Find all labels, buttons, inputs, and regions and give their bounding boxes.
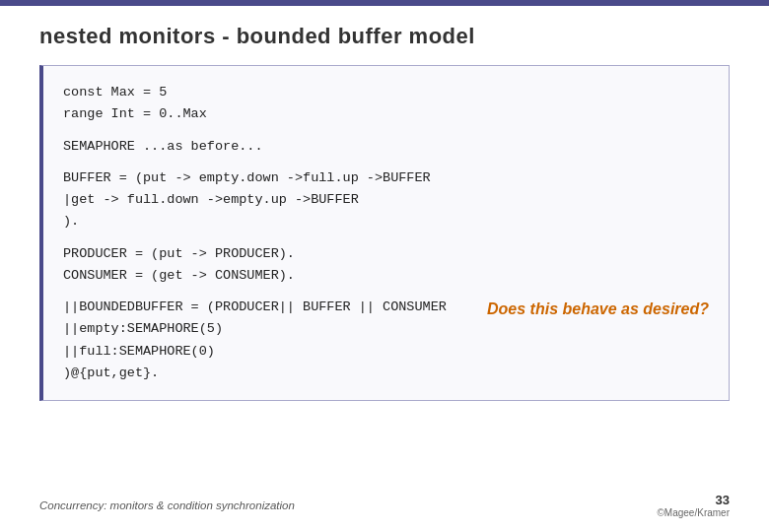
code-line-bounded3: ||full:SEMAPHORE(0) — [63, 341, 447, 363]
slide-container: nested monitors - bounded buffer model c… — [0, 0, 769, 532]
code-line-buffer3: ). — [63, 211, 709, 233]
code-line-semaphore: SEMAPHORE ...as before... — [63, 136, 709, 158]
slide-title: nested monitors - bounded buffer model — [39, 24, 475, 48]
code-line-bounded1: ||BOUNDEDBUFFER = (PRODUCER|| BUFFER || … — [63, 297, 447, 318]
code-line-bounded2: ||empty:SEMAPHORE(5) — [63, 318, 447, 340]
copyright-text: ©Magee/Kramer — [657, 507, 730, 518]
code-line-bounded4: )@{put,get}. — [63, 363, 447, 384]
code-block: const Max = 5 range Int = 0..Max SEMAPHO… — [63, 82, 709, 384]
footer-right: 33 ©Magee/Kramer — [657, 493, 730, 518]
code-line-const: const Max = 5 — [63, 82, 709, 103]
code-section-buffer: BUFFER = (put -> empty.down ->full.up ->… — [63, 167, 709, 233]
code-line-buffer-label: BUFFER = (put -> empty.down ->full.up ->… — [63, 167, 709, 189]
code-section-semaphore: SEMAPHORE ...as before... — [63, 136, 709, 158]
code-section-bounded: ||BOUNDEDBUFFER = (PRODUCER|| BUFFER || … — [63, 297, 709, 384]
footer: Concurrency: monitors & condition synchr… — [39, 493, 730, 518]
content-box: const Max = 5 range Int = 0..Max SEMAPHO… — [39, 65, 730, 401]
italic-note: Does this behave as desired? — [477, 297, 709, 320]
page-number: 33 — [716, 493, 730, 507]
bounded-code-lines: ||BOUNDEDBUFFER = (PRODUCER|| BUFFER || … — [63, 297, 447, 384]
footer-left-text: Concurrency: monitors & condition synchr… — [39, 499, 295, 511]
buffer-line1: (put -> empty.down ->full.up ->BUFFER — [127, 170, 431, 185]
code-line-producer: PRODUCER = (put -> PRODUCER). — [63, 243, 709, 265]
code-section-producer-consumer: PRODUCER = (put -> PRODUCER). CONSUMER =… — [63, 243, 709, 288]
code-section-vars: const Max = 5 range Int = 0..Max — [63, 82, 709, 126]
code-line-range: range Int = 0..Max — [63, 103, 709, 125]
title-area: nested monitors - bounded buffer model — [0, 6, 769, 59]
code-line-buffer2: |get -> full.down ->empty.up ->BUFFER — [63, 189, 709, 211]
code-line-consumer: CONSUMER = (get -> CONSUMER). — [63, 265, 709, 287]
buffer-keyword: BUFFER = — [63, 170, 127, 185]
